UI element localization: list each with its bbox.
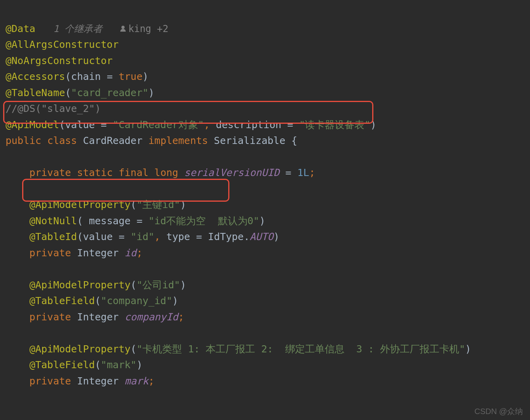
apimodel-k1: value xyxy=(65,119,95,131)
type-long: long xyxy=(154,167,178,178)
tablename-string: "card_reader" xyxy=(71,87,149,98)
comment-ds: //@DS("slave_2") xyxy=(6,103,101,114)
iface-name: Serializable xyxy=(214,135,286,146)
field-mark: mark xyxy=(125,375,148,387)
kw-class: class xyxy=(47,135,77,146)
apimodelprop3-string: "卡机类型 1: 本工厂报工 2: 绑定工单信息 3 : 外协工厂报工卡机" xyxy=(136,343,465,355)
kw-implements: implements xyxy=(148,135,208,146)
notnull-val: "id不能为空 默认为0" xyxy=(148,215,259,227)
annotation-data: @Data xyxy=(6,23,35,34)
accessors-key: chain xyxy=(71,71,101,82)
kw-private4: private xyxy=(29,375,71,387)
field-companyid: companyId xyxy=(125,311,178,323)
annotation-tablefield1: @TableField xyxy=(29,295,95,306)
annotation-tablefield2: @TableField xyxy=(29,359,95,371)
annotation-apimodelprop3: @ApiModelProperty xyxy=(29,343,131,355)
apimodel-v1: "CardReader对象" xyxy=(113,119,204,131)
idtype-auto: AUTO xyxy=(250,231,273,242)
code-editor[interactable]: @Data 1 个继承者 king +2 @AllArgsConstructor… xyxy=(0,0,530,394)
tablefield2-string: "mark" xyxy=(101,359,136,371)
type-integer3: Integer xyxy=(77,375,119,387)
apimodelprop2-string: "公司id" xyxy=(136,279,180,291)
kw-private1: private xyxy=(29,167,71,178)
annotation-accessors: @Accessors xyxy=(6,71,65,82)
apimodel-v2: "读卡器设备表" xyxy=(299,119,370,131)
kw-final: final xyxy=(119,167,148,178)
tableid-k2: type xyxy=(166,231,190,242)
watermark: CSDN @众纳 xyxy=(474,406,523,417)
idtype-class: IdType xyxy=(208,231,244,242)
annotation-apimodel: @ApiModel xyxy=(6,119,59,131)
annotation-notnull: @NotNull xyxy=(29,215,77,227)
serial-val: 1L xyxy=(297,167,309,178)
annotation-apimodelprop1: @ApiModelProperty xyxy=(29,199,131,210)
field-id: id xyxy=(125,247,136,259)
tableid-v1: "id" xyxy=(131,231,154,242)
author-hint[interactable]: king +2 xyxy=(120,23,168,34)
type-integer2: Integer xyxy=(77,311,119,323)
type-integer1: Integer xyxy=(77,247,119,259)
tableid-k1: value xyxy=(83,231,113,242)
author-text: king +2 xyxy=(128,23,168,34)
tablefield1-string: "company_id" xyxy=(101,295,172,306)
annotation-tableid: @TableId xyxy=(29,231,77,242)
inheritors-hint[interactable]: 1 个继承者 xyxy=(53,23,102,34)
apimodelprop1-string: "主键id" xyxy=(136,199,180,210)
kw-static: static xyxy=(77,167,113,178)
annotation-noargs: @NoArgsConstructor xyxy=(6,55,113,66)
annotation-apimodelprop2: @ApiModelProperty xyxy=(29,279,131,291)
annotation-allargs: @AllArgsConstructor xyxy=(6,39,119,50)
kw-public: public xyxy=(6,135,41,146)
kw-private2: private xyxy=(29,247,71,259)
accessors-val: true xyxy=(119,71,142,82)
kw-private3: private xyxy=(29,311,71,323)
user-icon xyxy=(120,26,126,31)
class-name: CardReader xyxy=(83,135,143,146)
annotation-tablename: @TableName xyxy=(6,87,65,98)
notnull-key: message xyxy=(89,215,131,227)
apimodel-k2: description xyxy=(216,119,282,131)
serial-uid: serialVersionUID xyxy=(184,167,280,178)
